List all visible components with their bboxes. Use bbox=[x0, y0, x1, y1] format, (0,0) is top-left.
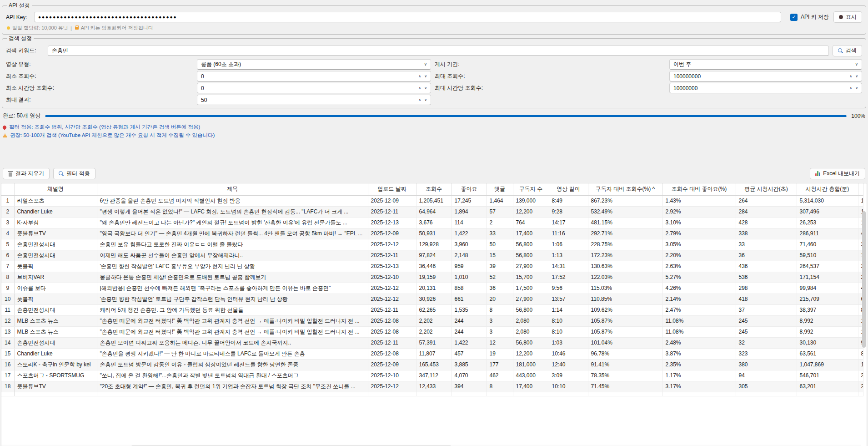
cell-sub_view_ratio[interactable]: 105.87% bbox=[588, 315, 662, 326]
cell-num[interactable]: 5 bbox=[1, 239, 14, 250]
column-header-view_like_ratio[interactable]: 조회수 대비 좋아요(%) bbox=[662, 183, 736, 195]
cell-views[interactable]: 57,391 bbox=[416, 337, 452, 348]
column-header-subs[interactable]: 구독자 수 bbox=[513, 183, 549, 195]
cell-views[interactable]: 62,265 bbox=[416, 304, 452, 315]
cell-title[interactable]: 어제만 해도 싸움꾼 선수들이 손흥민 앞에서 무장해제라니.. bbox=[97, 250, 368, 261]
cell-avg_watch_sec[interactable]: 36 bbox=[736, 250, 797, 261]
cell-sub_view_ratio[interactable]: 481.15% bbox=[588, 217, 662, 228]
table-row[interactable]: 3K-자부심"왜 손흥민만 레전드이고 나는 아닌가?" 케인의 절규! 토트넘… bbox=[1, 217, 863, 228]
cell-total_watch_min[interactable]: 71,460 bbox=[797, 239, 858, 250]
cell-view_like_ratio[interactable]: 2.20% bbox=[662, 250, 736, 261]
cell-comments[interactable]: 57 bbox=[487, 206, 513, 217]
cell-view_like_ratio[interactable]: 4.26% bbox=[662, 283, 736, 294]
column-header-num[interactable] bbox=[1, 183, 14, 195]
cell-total_watch_min[interactable]: 99,984 bbox=[797, 283, 858, 294]
cell-num[interactable]: 9 bbox=[1, 283, 14, 294]
cell-view_like_ratio[interactable]: 3.10% bbox=[662, 217, 736, 228]
cell-length[interactable]: 10:46 bbox=[549, 348, 588, 359]
cell-title[interactable]: 손흥민 보이면 다짜고짜 포옹하는 메디슨. 너무 끌어안아서 코트에 손자국까… bbox=[97, 337, 368, 348]
cell-date[interactable]: 2025-12-11 bbox=[368, 337, 416, 348]
cell-title[interactable]: 캐리어 5개 챙긴 손흥민. 그 안에 가득했던 동료 위한 선물들 bbox=[97, 304, 368, 315]
cell-view_like_ratio[interactable]: 1.17% bbox=[662, 370, 736, 381]
export-excel-button[interactable]: Excel 내보내기 bbox=[810, 168, 865, 179]
cell-sub_view_ratio[interactable]: 101.04% bbox=[588, 337, 662, 348]
cell-total_watch_min[interactable]: 63,561 bbox=[797, 348, 858, 359]
table-row[interactable]: 2Chandler Luke"평생 이렇게 울어본 적은 없었다!" — LAF… bbox=[1, 206, 863, 217]
cell-likes[interactable]: 3,885 bbox=[452, 359, 487, 370]
cell-likes[interactable]: 114 bbox=[452, 217, 487, 228]
cell-title[interactable]: '손흥민 향한 작심발언' 토트넘 구단주 갑작스런 단독 인터뷰 현지 난리 … bbox=[97, 294, 368, 304]
cell-channel[interactable]: 이슈를 보다 bbox=[14, 283, 97, 294]
cell-comments[interactable]: 3 bbox=[487, 315, 513, 326]
cell-date[interactable]: 2025-12-13 bbox=[368, 217, 416, 228]
cell-title[interactable]: 6만 관중을 울린 손흥민 토트넘 마지막 작별인사 현장 반응 bbox=[97, 195, 368, 206]
cell-likes[interactable]: 4,070 bbox=[452, 370, 487, 381]
column-header-views[interactable]: 조회수 bbox=[416, 183, 452, 195]
cell-title[interactable]: "손흥민을 평생 지키겠다!" — 단 한 마디로 마르티네스를 LAFC로 돌… bbox=[97, 348, 368, 359]
apply-filter-button[interactable]: 필터 적용 bbox=[53, 168, 95, 179]
cell-avg_watch_sec[interactable]: 305 bbox=[736, 381, 797, 392]
cell-total_watch_min[interactable]: 5,314,030 bbox=[797, 195, 858, 206]
cell-sub_view_ratio[interactable]: 91.41% bbox=[588, 359, 662, 370]
cell-subs[interactable]: 17,400 bbox=[513, 228, 549, 239]
cell-view_like_ratio[interactable]: 3.17% bbox=[662, 381, 736, 392]
table-row[interactable]: 16스토리K - 축구in 인문학 by kei손흥민 토트넘 방문이 감동인 … bbox=[1, 359, 863, 370]
cell-date[interactable]: 2025-12-10 bbox=[368, 272, 416, 283]
cell-avg_watch_sec[interactable]: 284 bbox=[736, 206, 797, 217]
cell-channel[interactable]: 스토리K - 축구in 인문학 by kei bbox=[14, 359, 97, 370]
cell-subs[interactable]: 443,000 bbox=[513, 370, 549, 381]
cell-channel[interactable]: 풋볼튜브TV bbox=[14, 228, 97, 239]
table-row[interactable]: 5손흥민전성시대손흥민 보유 힘들다고 토로한 진짜 이유ㄷㄷ 이럴 줄 몰랐다… bbox=[1, 239, 863, 250]
cell-total_watch_min[interactable]: 63,201 bbox=[797, 381, 858, 392]
table-row[interactable]: 18풋볼튜브TV"20조 초대형 계약!" — 손흥민, 복귀 후 런던의 1위… bbox=[1, 381, 863, 392]
cell-subs[interactable]: 2,080 bbox=[513, 315, 549, 326]
cell-sub_view_ratio[interactable]: 78.35% bbox=[588, 370, 662, 381]
cell-date[interactable]: 2025-12-10 bbox=[368, 370, 416, 381]
cell-comments[interactable]: 50 bbox=[487, 239, 513, 250]
keyword-input[interactable] bbox=[48, 46, 829, 56]
table-row[interactable]: 13MLB 스포츠 뉴스"손흥민 때문에 외교전 터졌다!" 美 백악관 고위 … bbox=[1, 326, 863, 337]
cell-sub_view_ratio[interactable]: 109.62% bbox=[588, 304, 662, 315]
cell-length[interactable]: 10:10 bbox=[549, 381, 588, 392]
column-header-sub_view_ratio[interactable]: 구독자 대비 조회수(%) ^ bbox=[588, 183, 662, 195]
cell-views[interactable]: 19,159 bbox=[416, 272, 452, 283]
cell-views[interactable]: 3,676 bbox=[416, 217, 452, 228]
cell-likes[interactable]: 244 bbox=[452, 315, 487, 326]
cell-view_like_ratio[interactable]: 2.92% bbox=[662, 206, 736, 217]
cell-length[interactable]: 8:10 bbox=[549, 326, 588, 337]
cell-sub_view_ratio[interactable]: 71.45% bbox=[588, 381, 662, 392]
cell-likes[interactable]: 3,960 bbox=[452, 239, 487, 250]
cell-date[interactable]: 2025-12-09 bbox=[368, 359, 416, 370]
vertical-scrollbar-handle[interactable] bbox=[862, 211, 866, 348]
cell-title[interactable]: "손흥민 때문에 외교전 터졌다!" 美 백악관 고위 관계자 충격 선언 → … bbox=[97, 315, 368, 326]
cell-length[interactable]: 9:56 bbox=[549, 283, 588, 294]
cell-title[interactable]: 손흥민 보유 힘들다고 토로한 진짜 이유ㄷㄷ 이럴 줄 몰랐다 bbox=[97, 239, 368, 250]
cell-total_watch_min[interactable]: 171,154 bbox=[797, 272, 858, 283]
cell-comments[interactable]: 462 bbox=[487, 370, 513, 381]
cell-likes[interactable]: 1,422 bbox=[452, 228, 487, 239]
cell-views[interactable]: 1,205,451 bbox=[416, 195, 452, 206]
spin-up-icon[interactable]: ∧ bbox=[418, 98, 421, 102]
cell-subs[interactable]: 56,800 bbox=[513, 239, 549, 250]
cell-comments[interactable]: 36 bbox=[487, 283, 513, 294]
table-row[interactable]: 11손흥민전성시대캐리어 5개 챙긴 손흥민. 그 안에 가득했던 동료 위한 … bbox=[1, 304, 863, 315]
cell-likes[interactable]: 959 bbox=[452, 261, 487, 272]
cell-avg_watch_sec[interactable]: 380 bbox=[736, 359, 797, 370]
cell-avg_watch_sec[interactable]: 298 bbox=[736, 283, 797, 294]
cell-channel[interactable]: 풋볼픽 bbox=[14, 261, 97, 272]
table-row[interactable]: 15Chandler Luke"손흥민을 평생 지키겠다!" — 단 한 마디로… bbox=[1, 348, 863, 359]
cell-channel[interactable]: MLB 스포츠 뉴스 bbox=[14, 315, 97, 326]
cell-view_like_ratio[interactable]: 2.47% bbox=[662, 304, 736, 315]
cell-num[interactable]: 12 bbox=[1, 315, 14, 326]
cell-likes[interactable]: 244 bbox=[452, 326, 487, 337]
cell-views[interactable]: 20,131 bbox=[416, 283, 452, 294]
cell-num[interactable]: 14 bbox=[1, 337, 14, 348]
cell-channel[interactable]: 풋볼픽 bbox=[14, 294, 97, 304]
cell-subs[interactable]: 764 bbox=[513, 217, 549, 228]
cell-comments[interactable]: 2 bbox=[487, 217, 513, 228]
column-header-length[interactable]: 영상 길이 bbox=[549, 183, 588, 195]
cell-num[interactable]: 16 bbox=[1, 359, 14, 370]
spin-down-icon[interactable]: ∨ bbox=[855, 86, 858, 90]
cell-sub_view_ratio[interactable]: 292.71% bbox=[588, 228, 662, 239]
cell-view_like_ratio[interactable]: 3.87% bbox=[662, 348, 736, 359]
